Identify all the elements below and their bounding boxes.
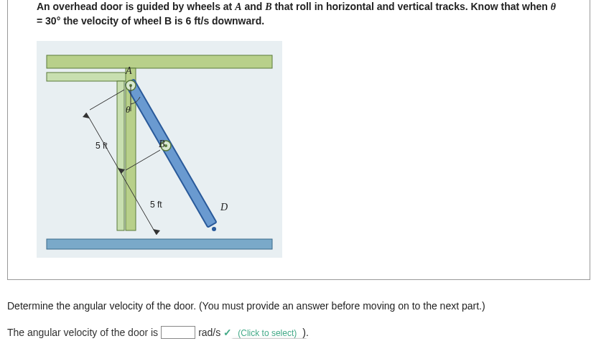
svg-point-11 — [212, 227, 216, 231]
svg-point-10 — [164, 144, 167, 147]
angular-velocity-input[interactable] — [161, 326, 195, 339]
question-text: Determine the angular velocity of the do… — [7, 300, 584, 312]
problem-text-4: = 30° the velocity of wheel B is 6 ft/s … — [37, 15, 264, 27]
problem-panel: An overhead door is guided by wheels at … — [7, 0, 590, 280]
problem-statement: An overhead door is guided by wheels at … — [37, 0, 561, 28]
var-A: A — [235, 1, 241, 12]
problem-text-1: An overhead door is guided by wheels at — [37, 1, 235, 12]
answer-prefix: The angular velocity of the door is — [7, 327, 158, 338]
question-panel: Determine the angular velocity of the do… — [0, 280, 591, 339]
fig-label-theta: θ — [126, 104, 131, 115]
dropdown-menu: cw ccw neutral — [231, 338, 308, 339]
fig-label-D: D — [220, 202, 228, 213]
answer-unit: rad/s — [198, 327, 220, 338]
problem-text-3: that roll in horizontal and vertical tra… — [272, 1, 551, 12]
direction-dropdown[interactable]: (Click to select) cw ccw neutral — [235, 327, 299, 338]
dropdown-trigger[interactable]: (Click to select) — [235, 328, 299, 338]
problem-figure: A B D θ 5 ft 5 ft — [37, 41, 282, 258]
dropdown-placeholder: (Click to select) — [238, 328, 297, 338]
fig-dim-1: 5 ft — [96, 141, 108, 151]
fig-label-B: B — [159, 139, 165, 149]
svg-rect-2 — [47, 73, 133, 81]
fig-dim-2: 5 ft — [150, 200, 162, 210]
svg-rect-4 — [117, 81, 124, 230]
fig-label-A: A — [125, 65, 132, 76]
answer-line: The angular velocity of the door is rad/… — [7, 326, 584, 339]
close-paren: ). — [302, 327, 309, 338]
svg-rect-5 — [47, 239, 272, 249]
var-theta: θ — [551, 1, 556, 12]
check-icon: ✓ — [223, 327, 232, 338]
problem-text-2: and — [242, 1, 266, 12]
figure-svg: A B D θ 5 ft 5 ft — [37, 41, 282, 258]
var-B: B — [265, 1, 271, 12]
svg-rect-1 — [47, 55, 272, 68]
